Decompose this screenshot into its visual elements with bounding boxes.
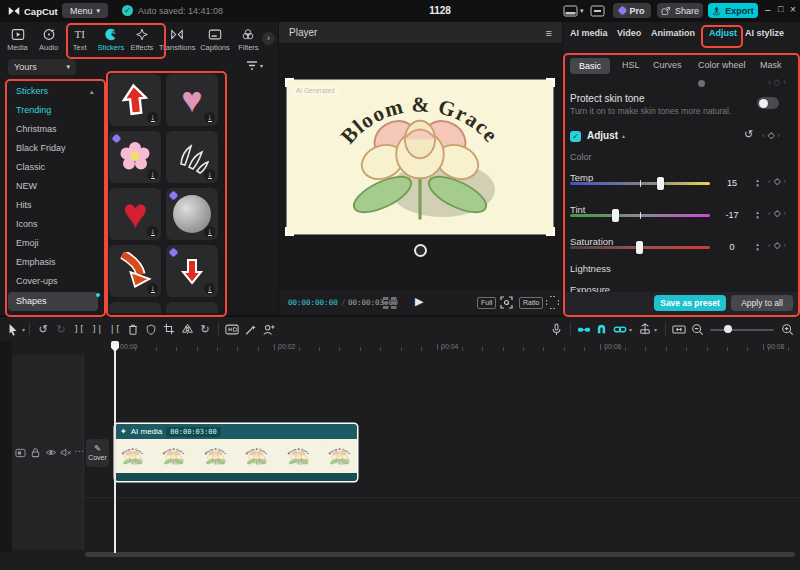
- layout-caret-icon[interactable]: ▾: [580, 7, 584, 15]
- download-icon[interactable]: ↓: [147, 169, 158, 180]
- delete-left-icon[interactable]: ]|: [88, 320, 106, 338]
- more-track-options-icon[interactable]: …: [74, 443, 84, 454]
- lock-track-icon[interactable]: [30, 447, 41, 458]
- tab-video[interactable]: Video: [617, 28, 641, 38]
- tab-audio[interactable]: Audio: [33, 25, 64, 56]
- download-icon[interactable]: ↓: [204, 226, 215, 237]
- sticker-white-outline-petals[interactable]: ↓: [166, 131, 218, 183]
- preview-axis-icon[interactable]: [636, 320, 654, 338]
- link-clips-icon[interactable]: [575, 320, 593, 338]
- tint-slider-track[interactable]: [570, 214, 710, 217]
- filter-sort-icon[interactable]: ▾: [246, 60, 263, 71]
- sticker-gray-noise-circle[interactable]: ↓: [166, 188, 218, 240]
- split-icon[interactable]: ][: [70, 320, 88, 338]
- magic-wand-icon[interactable]: [241, 320, 259, 338]
- apply-to-all-button[interactable]: Apply to all: [731, 295, 793, 311]
- tab-stickers[interactable]: Stickers: [95, 25, 126, 56]
- adjust-keyframe-controls[interactable]: ‹ ◇ ›: [762, 130, 780, 140]
- sticker-partial-row-2[interactable]: [166, 302, 218, 313]
- timeline-clip-ai-media[interactable]: ✦ AI media 00:00:03:00: [115, 424, 357, 481]
- source-dropdown[interactable]: Yours▾: [8, 59, 76, 75]
- keyframe-diamond-icon[interactable]: ◇: [768, 130, 775, 140]
- sidebar-item-emoji[interactable]: Emoji: [8, 234, 98, 253]
- reset-icon[interactable]: ↺: [744, 128, 753, 141]
- subtab-curves[interactable]: Curves: [653, 60, 682, 70]
- download-icon[interactable]: ↓: [204, 169, 215, 180]
- mute-track-icon[interactable]: [60, 447, 72, 458]
- sidebar-item-trending[interactable]: Trending: [8, 101, 98, 120]
- temp-slider-handle[interactable]: [657, 177, 664, 190]
- sidebar-item-classic[interactable]: Classic: [8, 158, 98, 177]
- tint-stepper[interactable]: ▴▾: [752, 207, 763, 222]
- saturation-slider-handle[interactable]: [636, 241, 643, 254]
- maximize-button[interactable]: □: [778, 4, 783, 14]
- focus-frame-icon[interactable]: [500, 296, 513, 309]
- delete-right-icon[interactable]: |[: [106, 320, 124, 338]
- linkage-caret-icon[interactable]: ▾: [629, 326, 632, 333]
- edit-cover-button[interactable]: ✎ Cover: [86, 439, 109, 467]
- timeline-zoom-slider[interactable]: [710, 322, 774, 336]
- timeline-scrollbar[interactable]: [85, 552, 795, 557]
- sidebar-item-cover-ups[interactable]: Cover-ups: [8, 272, 98, 291]
- render-quality-icon[interactable]: [223, 320, 241, 338]
- tint-keyframe-controls[interactable]: ‹◇›: [768, 208, 786, 218]
- fullscreen-icon[interactable]: [546, 296, 559, 309]
- sidebar-group-stickers[interactable]: Stickers▴: [8, 82, 98, 101]
- temp-keyframe-controls[interactable]: ‹◇›: [768, 176, 786, 186]
- download-icon[interactable]: ↓: [204, 112, 215, 123]
- subtab-hsl[interactable]: HSL: [622, 60, 640, 70]
- sticker-red-curved-arrow[interactable]: ↓: [109, 245, 161, 297]
- playhead-line[interactable]: [114, 341, 116, 553]
- temp-value-input[interactable]: 15: [716, 175, 748, 190]
- keyframe-next-icon[interactable]: ›: [778, 131, 781, 140]
- zoom-out-icon[interactable]: [688, 320, 706, 338]
- tab-adjust[interactable]: Adjust: [709, 28, 737, 38]
- tab-ai-media[interactable]: AI media: [570, 28, 608, 38]
- saturation-stepper[interactable]: ▴▾: [752, 239, 763, 254]
- sidebar-item-christmas[interactable]: Christmas: [8, 120, 98, 139]
- tab-captions[interactable]: Captions: [197, 25, 233, 56]
- preview-canvas[interactable]: AI Generated: [287, 80, 553, 234]
- zoom-in-icon[interactable]: [778, 320, 796, 338]
- temp-slider-track[interactable]: [570, 182, 710, 185]
- download-icon[interactable]: ↓: [147, 283, 158, 294]
- magnetic-snap-icon[interactable]: [593, 320, 611, 338]
- redo-icon[interactable]: ↻: [52, 320, 70, 338]
- tab-text[interactable]: TI Text: [64, 25, 95, 56]
- sidebar-item-black-friday[interactable]: Black Friday: [8, 139, 98, 158]
- subtab-basic[interactable]: Basic: [570, 58, 610, 74]
- sticker-pink-scribble-heart[interactable]: ♥ ↓: [166, 74, 218, 126]
- layout-switch-icon[interactable]: [563, 5, 578, 17]
- tab-transitions[interactable]: Transitions: [157, 25, 197, 56]
- keyframe-prev-icon[interactable]: ‹: [762, 131, 765, 140]
- expand-panel-icon[interactable]: ›: [262, 32, 275, 45]
- select-cursor-icon[interactable]: [4, 320, 22, 338]
- delete-icon[interactable]: [124, 320, 142, 338]
- save-as-preset-button[interactable]: Save as preset: [654, 295, 726, 311]
- linkage-icon[interactable]: [611, 320, 629, 338]
- pro-badge[interactable]: Pro: [613, 3, 651, 18]
- subtab-mask[interactable]: Mask: [760, 60, 782, 70]
- tab-filters[interactable]: Filters: [233, 25, 264, 56]
- adjust-checkbox[interactable]: ✓: [570, 131, 581, 142]
- player-menu-icon[interactable]: ≡: [546, 27, 552, 39]
- download-icon[interactable]: ↓: [147, 226, 158, 237]
- rotate-handle-icon[interactable]: [414, 244, 427, 257]
- saturation-value-input[interactable]: 0: [716, 239, 748, 254]
- zoom-slider-knob[interactable]: [724, 325, 732, 333]
- menu-button[interactable]: Menu▾: [62, 3, 108, 18]
- mirror-icon[interactable]: [178, 320, 196, 338]
- section-collapse-caret-icon[interactable]: ▴: [622, 132, 625, 139]
- rotate-icon[interactable]: ↻: [196, 320, 214, 338]
- frame-grid-icon[interactable]: [383, 297, 397, 309]
- canvas-corner-handle[interactable]: [546, 78, 555, 87]
- protect-skin-tone-toggle[interactable]: [757, 97, 779, 109]
- download-icon[interactable]: ↓: [147, 112, 158, 123]
- toggle-visibility-icon[interactable]: [45, 447, 57, 458]
- close-button[interactable]: ×: [790, 4, 796, 15]
- mute-clip-shield-icon[interactable]: [142, 320, 160, 338]
- download-icon[interactable]: ↓: [204, 283, 215, 294]
- ratio-button[interactable]: Ratio: [519, 297, 543, 309]
- tab-ai-stylize[interactable]: AI stylize: [745, 28, 784, 38]
- canvas-corner-handle[interactable]: [546, 227, 555, 236]
